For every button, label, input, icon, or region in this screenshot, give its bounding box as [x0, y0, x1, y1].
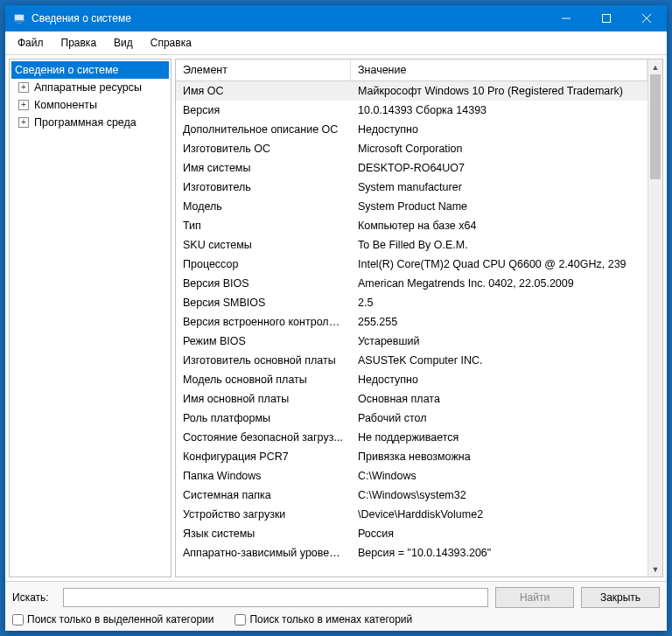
titlebar[interactable]: Сведения о системе — [5, 5, 667, 31]
cell-key: Аппаратно-зависимый уровен... — [176, 543, 351, 563]
cell-key: Изготовитель основной платы — [176, 351, 351, 370]
menubar: Файл Правка Вид Справка — [5, 31, 667, 55]
menu-help[interactable]: Справка — [142, 33, 200, 52]
table-row[interactable]: Роль платформыРабочий стол — [176, 409, 648, 428]
cell-value: System manufacturer — [351, 178, 648, 197]
tree-item-hardware[interactable]: + Аппаратные ресурсы — [11, 79, 169, 96]
cell-value: ASUSTeK Computer INC. — [351, 351, 648, 370]
scroll-up-icon[interactable]: ▲ — [648, 59, 662, 74]
cell-value: To Be Filled By O.E.M. — [351, 235, 648, 255]
cell-value: 255.255 — [351, 312, 648, 332]
cell-key: SKU системы — [176, 235, 351, 255]
plus-icon[interactable]: + — [18, 100, 29, 110]
find-button[interactable]: Найти — [495, 587, 574, 608]
vertical-scrollbar[interactable]: ▲ ▼ — [648, 59, 662, 577]
scroll-thumb[interactable] — [650, 74, 661, 179]
search-input[interactable] — [63, 588, 488, 607]
table-row[interactable]: Имя ОСМайкрософт Windows 10 Pro (Registe… — [176, 81, 648, 101]
table-row[interactable]: Изготовитель ОСMicrosoft Corporation — [176, 139, 648, 158]
minimize-button[interactable] — [546, 5, 586, 31]
header-element[interactable]: Элемент — [176, 59, 351, 80]
plus-icon[interactable]: + — [18, 117, 29, 128]
table-row[interactable]: SKU системыTo Be Filled By O.E.M. — [176, 235, 648, 255]
cell-key: Имя основной платы — [176, 389, 351, 409]
cell-value: 10.0.14393 Сборка 14393 — [351, 101, 648, 120]
cell-value: Недоступно — [351, 120, 648, 139]
app-icon — [12, 11, 26, 25]
tree-item-software[interactable]: + Программная среда — [11, 114, 169, 131]
table-row[interactable]: Язык системыРоссия — [176, 524, 648, 543]
table-row[interactable]: Режим BIOSУстаревший — [176, 332, 648, 351]
window-controls — [546, 5, 667, 31]
scroll-track[interactable] — [648, 74, 662, 562]
table-row[interactable]: Модель основной платыНедоступно — [176, 370, 648, 389]
header-value[interactable]: Значение — [351, 59, 648, 80]
close-button[interactable] — [626, 5, 667, 31]
search-panel: Искать: Найти Закрыть Поиск только в выд… — [5, 581, 667, 631]
details-pane: Элемент Значение Имя ОСМайкрософт Window… — [175, 59, 663, 577]
check-selected-category[interactable]: Поиск только в выделенной категории — [12, 613, 214, 626]
check-category-names-label: Поиск только в именах категорий — [249, 613, 412, 626]
menu-file[interactable]: Файл — [9, 33, 52, 52]
tree-item-components[interactable]: + Компоненты — [11, 96, 169, 114]
table-row[interactable]: Состояние безопасной загруз...Не поддерж… — [176, 428, 648, 447]
menu-edit[interactable]: Правка — [52, 33, 106, 52]
cell-key: Устройство загрузки — [176, 505, 351, 524]
content-area: Сведения о системе + Аппаратные ресурсы … — [5, 55, 667, 581]
table-row[interactable]: Имя системыDESKTOP-RO64UO7 — [176, 158, 648, 178]
system-info-window: Сведения о системе Файл Правка Вид Справ… — [5, 5, 667, 631]
cell-key: Версия SMBIOS — [176, 293, 351, 312]
cell-key: Модель основной платы — [176, 370, 351, 389]
svg-rect-1 — [15, 15, 24, 20]
table-row[interactable]: Имя основной платыОсновная плата — [176, 389, 648, 409]
cell-value: Устаревший — [351, 332, 648, 351]
table-row[interactable]: Системная папкаC:\Windows\system32 — [176, 486, 648, 505]
table-row[interactable]: Дополнительное описание ОСНедоступно — [176, 120, 648, 139]
table-row[interactable]: Папка WindowsC:\Windows — [176, 466, 648, 486]
cell-key: Тип — [176, 216, 351, 235]
table-row[interactable]: Версия BIOSAmerican Megatrends Inc. 0402… — [176, 274, 648, 293]
cell-value: C:\Windows — [351, 466, 648, 486]
cell-value: Intel(R) Core(TM)2 Quad CPU Q6600 @ 2.40… — [351, 255, 648, 274]
table-row[interactable]: Изготовитель основной платыASUSTeK Compu… — [176, 351, 648, 370]
maximize-button[interactable] — [586, 5, 626, 31]
search-label: Искать: — [12, 591, 56, 604]
cell-key: Роль платформы — [176, 409, 351, 428]
cell-key: Версия BIOS — [176, 274, 351, 293]
cell-value: Россия — [351, 524, 648, 543]
cell-key: Состояние безопасной загруз... — [176, 428, 351, 447]
table-row[interactable]: Версия встроенного контролл...255.255 — [176, 312, 648, 332]
table-body: Имя ОСМайкрософт Windows 10 Pro (Registe… — [176, 81, 648, 563]
tree-item-label: Аппаратные ресурсы — [34, 81, 142, 94]
titlebar-title: Сведения о системе — [32, 12, 546, 24]
cell-key: Дополнительное описание ОС — [176, 120, 351, 139]
cell-value: C:\Windows\system32 — [351, 486, 648, 505]
scroll-down-icon[interactable]: ▼ — [648, 562, 662, 577]
details-table: Элемент Значение Имя ОСМайкрософт Window… — [176, 59, 648, 577]
table-row[interactable]: Версия10.0.14393 Сборка 14393 — [176, 101, 648, 120]
table-row[interactable]: Конфигурация PCR7Привязка невозможна — [176, 447, 648, 466]
cell-value: \Device\HarddiskVolume2 — [351, 505, 648, 524]
category-tree: Сведения о системе + Аппаратные ресурсы … — [9, 59, 172, 577]
plus-icon[interactable]: + — [18, 82, 29, 93]
table-row[interactable]: ПроцессорIntel(R) Core(TM)2 Quad CPU Q66… — [176, 255, 648, 274]
check-category-names-box[interactable] — [234, 614, 246, 626]
table-row[interactable]: МодельSystem Product Name — [176, 197, 648, 216]
cell-key: Процессор — [176, 255, 351, 274]
cell-value: System Product Name — [351, 197, 648, 216]
menu-view[interactable]: Вид — [105, 33, 142, 52]
check-category-names[interactable]: Поиск только в именах категорий — [234, 613, 412, 626]
svg-rect-4 — [603, 15, 611, 23]
cell-key: Язык системы — [176, 524, 351, 543]
tree-root[interactable]: Сведения о системе — [11, 61, 169, 79]
table-row[interactable]: ТипКомпьютер на базе x64 — [176, 216, 648, 235]
tree-item-label: Программная среда — [34, 116, 136, 129]
check-selected-category-box[interactable] — [12, 614, 24, 626]
table-row[interactable]: Устройство загрузки\Device\HarddiskVolum… — [176, 505, 648, 524]
cell-key: Изготовитель — [176, 178, 351, 197]
cell-key: Модель — [176, 197, 351, 216]
table-row[interactable]: ИзготовительSystem manufacturer — [176, 178, 648, 197]
table-row[interactable]: Аппаратно-зависимый уровен...Версия = "1… — [176, 543, 648, 563]
table-row[interactable]: Версия SMBIOS2.5 — [176, 293, 648, 312]
close-search-button[interactable]: Закрыть — [581, 587, 660, 608]
